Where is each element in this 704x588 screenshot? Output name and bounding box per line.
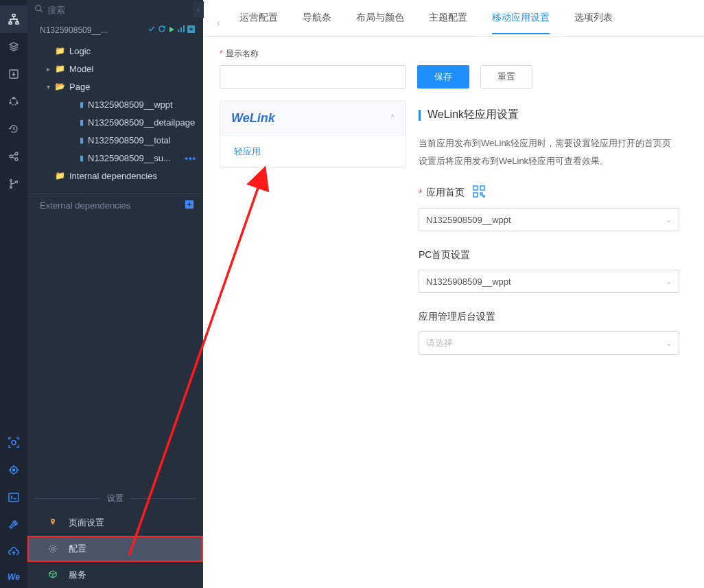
tree-folder-page[interactable]: ▾ 📂 Page — [27, 78, 203, 95]
svg-rect-2 — [16, 22, 19, 24]
setting-label: 配置 — [69, 543, 86, 555]
select-value: N1325908509__wppt — [426, 215, 511, 225]
sidebar-explorer: ‹ N1325908509__... 📁 Logic ▸ 📁 Model ▾ 📂… — [27, 0, 203, 588]
external-dependencies-row[interactable]: External dependencies — [27, 193, 203, 217]
detail-panel: WeLink轻应用设置 当前应用发布到WeLink轻应用时，需要设置轻应用打开的… — [419, 101, 704, 588]
settings-header: 设置 — [27, 487, 203, 510]
welink-brand: WeLink — [231, 111, 390, 126]
file-icon: ▮ — [80, 154, 84, 163]
qr-icon[interactable] — [473, 185, 485, 200]
tab-theme-config[interactable]: 主题配置 — [416, 12, 480, 34]
tree-label: N1325908509__total — [88, 135, 196, 145]
admin-label: 应用管理后台设置 — [419, 311, 704, 323]
search-input[interactable] — [47, 5, 196, 15]
setting-page[interactable]: 页面设置 — [27, 510, 203, 536]
project-plus-icon[interactable] — [187, 25, 195, 35]
setting-config[interactable]: 配置 — [27, 536, 203, 562]
app-home-label: *应用首页 — [419, 185, 704, 200]
welink-light-app-item[interactable]: 轻应用 — [220, 136, 406, 167]
svg-rect-26 — [473, 186, 478, 190]
admin-select[interactable]: 请选择 ⌄ — [419, 331, 679, 355]
svg-point-16 — [13, 469, 15, 471]
tab-op-config[interactable]: 运营配置 — [227, 12, 290, 34]
tree-file-detailpage[interactable]: ▮ N1325908509__detailpage — [27, 113, 203, 131]
rail-layers-icon[interactable] — [0, 33, 27, 60]
pc-home-label: PC首页设置 — [419, 249, 704, 261]
rail-download-icon[interactable] — [0, 60, 27, 88]
icon-rail: We — [0, 0, 27, 588]
tab-layout-color[interactable]: 布局与颜色 — [344, 12, 416, 34]
search-row — [27, 0, 203, 19]
chevron-down-icon: ⌄ — [666, 215, 672, 224]
folder-icon: 📁 — [55, 171, 65, 180]
app-home-select[interactable]: N1325908509__wppt ⌄ — [419, 208, 679, 231]
tree-label: Model — [69, 64, 196, 74]
rail-cloud-upload-icon[interactable] — [0, 539, 27, 566]
svg-point-9 — [15, 152, 18, 155]
save-button[interactable]: 保存 — [417, 65, 469, 89]
welink-panel-header[interactable]: WeLink ˄ — [220, 102, 406, 136]
display-name-row: *显示名称 保存 重置 — [203, 37, 704, 101]
welink-logo-icon[interactable]: We — [0, 566, 27, 588]
svg-point-14 — [12, 440, 16, 445]
file-icon: ▮ — [80, 100, 84, 109]
tabs-back-icon[interactable]: ‹ — [217, 17, 220, 28]
tree-folder-internal-dep[interactable]: 📁 Internal dependencies — [27, 167, 203, 185]
tree-folder-model[interactable]: ▸ 📁 Model — [27, 60, 203, 78]
tree-folder-logic[interactable]: 📁 Logic — [27, 42, 203, 60]
folder-open-icon: 📂 — [55, 82, 65, 91]
svg-point-13 — [16, 181, 18, 183]
folder-icon: 📁 — [55, 46, 65, 56]
panel-description: 当前应用发布到WeLink轻应用时，需要设置轻应用打开的首页页 设置后将应用发布… — [419, 134, 704, 170]
svg-point-25 — [51, 548, 54, 550]
rail-target-icon[interactable] — [0, 456, 27, 484]
svg-point-11 — [10, 180, 12, 182]
svg-point-10 — [15, 158, 18, 161]
tab-option-list[interactable]: 选项列表 — [562, 12, 625, 34]
rail-history-icon[interactable] — [0, 115, 27, 143]
tree-label: Logic — [69, 46, 196, 56]
file-tree: 📁 Logic ▸ 📁 Model ▾ 📂 Page ▮ N1325908509… — [27, 40, 203, 193]
sidebar-collapse-button[interactable]: ‹ — [193, 1, 204, 18]
folder-icon: 📁 — [55, 64, 65, 73]
settings-header-label: 设置 — [107, 493, 124, 504]
chevron-down-icon: ▾ — [47, 83, 55, 91]
project-refresh-icon[interactable] — [158, 25, 166, 35]
svg-rect-17 — [9, 493, 19, 502]
rail-terminal-icon[interactable] — [0, 484, 27, 511]
tree-label: Internal dependencies — [69, 171, 196, 181]
setting-service[interactable]: 服务 — [27, 562, 203, 588]
svg-rect-19 — [178, 30, 179, 32]
rail-structure-icon[interactable] — [0, 5, 27, 33]
tab-mobile-app[interactable]: 移动应用设置 — [480, 12, 562, 34]
project-play-icon[interactable] — [168, 25, 175, 35]
tree-label: N1325908509__wppt — [88, 99, 196, 110]
plus-icon[interactable] — [185, 200, 193, 211]
svg-point-24 — [52, 520, 54, 521]
project-signal-icon[interactable] — [177, 25, 185, 35]
search-icon — [34, 4, 43, 15]
rail-branch-icon[interactable] — [0, 170, 27, 198]
reset-button[interactable]: 重置 — [480, 65, 532, 89]
chevron-up-icon: ˄ — [390, 114, 395, 124]
tree-file-su[interactable]: ▮ N1325908509__su... ••• — [27, 149, 203, 167]
svg-point-12 — [10, 187, 12, 189]
tree-file-total[interactable]: ▮ N1325908509__total — [27, 131, 203, 149]
svg-point-5 — [13, 97, 14, 99]
svg-point-18 — [36, 5, 41, 11]
rail-scan-icon[interactable] — [0, 429, 27, 456]
tree-file-wppt[interactable]: ▮ N1325908509__wppt — [27, 95, 203, 113]
setting-label: 页面设置 — [69, 517, 104, 529]
pc-home-select[interactable]: N1325908509__wppt ⌄ — [419, 270, 679, 293]
more-icon[interactable]: ••• — [185, 153, 196, 163]
rail-circle-icon[interactable] — [0, 88, 27, 115]
rail-wrench-icon[interactable] — [0, 511, 27, 539]
project-name: N1325908509__... — [40, 25, 145, 35]
display-name-input[interactable] — [220, 65, 406, 89]
tabs-bar: ‹ 运营配置 导航条 布局与颜色 主题配置 移动应用设置 选项列表 — [203, 0, 704, 37]
svg-rect-20 — [180, 27, 182, 32]
rail-share-icon[interactable] — [0, 143, 27, 170]
tab-nav-bar[interactable]: 导航条 — [290, 12, 344, 34]
cube-icon — [48, 570, 62, 580]
project-check-icon[interactable] — [148, 25, 156, 35]
